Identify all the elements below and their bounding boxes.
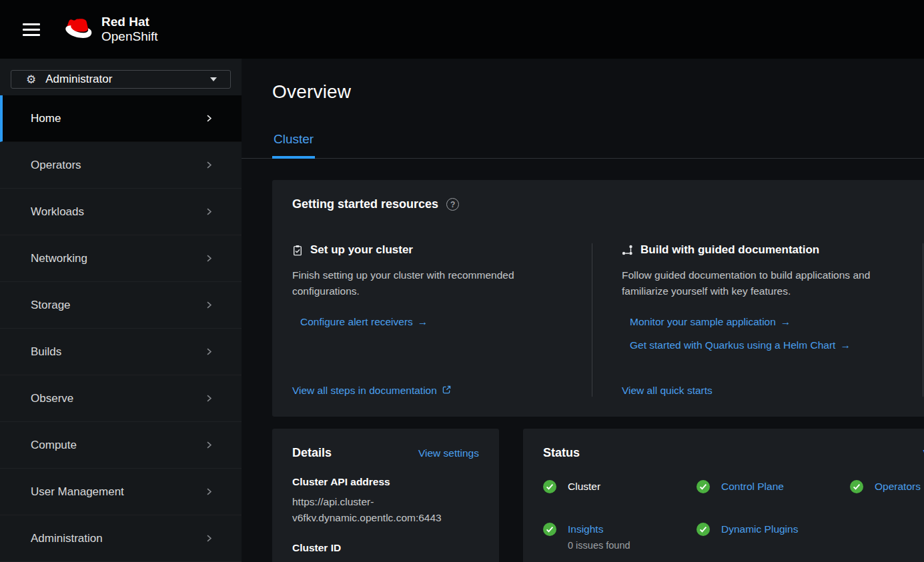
details-card: Details View settings Cluster API addres… xyxy=(272,429,499,562)
sidebar-item-label: Administration xyxy=(31,532,103,545)
sidebar-item-label: Compute xyxy=(31,439,77,452)
sidebar-item-workloads[interactable]: Workloads xyxy=(0,189,242,235)
chevron-right-icon xyxy=(205,161,213,169)
sidebar-nav: Home Operators Workloads Networking Stor… xyxy=(0,95,242,562)
sidebar-item-label: Workloads xyxy=(31,205,84,219)
arrow-right-icon: → xyxy=(781,316,791,327)
status-link-operators[interactable]: Operators xyxy=(875,480,921,493)
insights-issues-count: 0 issues found xyxy=(568,539,630,552)
status-item-control-plane: Control Plane xyxy=(697,480,850,493)
cluster-api-address-value: https://api.cluster-v6fkv.dynamic.opentl… xyxy=(292,494,479,526)
page-title: Overview xyxy=(272,81,893,103)
tasks-icon xyxy=(292,245,303,256)
sidebar-item-label: Networking xyxy=(31,252,87,265)
getting-started-section-guided: Build with guided documentation Follow g… xyxy=(622,243,923,397)
sidebar-item-networking[interactable]: Networking xyxy=(0,235,242,282)
perspective-switcher[interactable]: ⚙ Administrator xyxy=(11,70,231,89)
status-item-insights: Insights 0 issues found xyxy=(543,523,697,552)
sidebar-item-label: Storage xyxy=(31,299,71,312)
getting-started-title: Getting started resources xyxy=(292,197,438,211)
status-link-control-plane[interactable]: Control Plane xyxy=(721,480,784,493)
brand-text: Red Hat OpenShift xyxy=(101,15,158,45)
arrow-right-icon: → xyxy=(840,339,851,351)
getting-started-section-setup: Set up your cluster Finish setting up yo… xyxy=(292,243,592,397)
section-title: Set up your cluster xyxy=(310,243,413,257)
status-item-operators: Operators xyxy=(850,480,924,493)
brand-line2: OpenShift xyxy=(101,29,158,44)
red-hat-logo-icon xyxy=(63,19,93,40)
view-all-steps-link[interactable]: View all steps in documentation xyxy=(292,370,572,397)
status-link-insights[interactable]: Insights xyxy=(568,523,603,535)
check-circle-icon xyxy=(697,523,710,536)
check-circle-icon xyxy=(697,480,710,493)
view-settings-link[interactable]: View settings xyxy=(418,447,479,459)
tab-bar: Cluster xyxy=(242,119,924,159)
sidebar-item-administration[interactable]: Administration xyxy=(0,515,242,562)
chevron-right-icon xyxy=(205,441,213,449)
sidebar-item-compute[interactable]: Compute xyxy=(0,422,242,469)
status-item-cluster: Cluster xyxy=(543,480,697,493)
check-circle-icon xyxy=(543,480,556,493)
section-description: Follow guided documentation to build app… xyxy=(622,267,903,299)
chevron-right-icon xyxy=(205,534,213,543)
sidebar-item-user-management[interactable]: User Management xyxy=(0,469,242,515)
perspective-label: Administrator xyxy=(45,73,112,86)
app-header: Red Hat OpenShift xyxy=(0,0,924,59)
status-grid: Cluster Control Plane xyxy=(543,480,924,552)
guided-documentation-icon xyxy=(622,245,633,255)
arrow-right-icon: → xyxy=(418,316,428,327)
section-description: Finish setting up your cluster with reco… xyxy=(292,267,572,299)
chevron-right-icon xyxy=(205,301,213,309)
getting-started-card: Getting started resources ? Set up your … xyxy=(272,180,924,417)
sidebar-item-observe[interactable]: Observe xyxy=(0,375,242,422)
view-all-quick-starts-link[interactable]: View all quick starts xyxy=(622,370,903,397)
configure-alert-receivers-link[interactable]: Configure alert receivers→ xyxy=(300,316,572,328)
sidebar-item-label: Home xyxy=(31,112,61,125)
monitor-sample-application-link[interactable]: Monitor your sample application→ xyxy=(630,316,903,328)
sidebar-item-label: Observe xyxy=(31,392,73,405)
menu-icon[interactable] xyxy=(21,19,41,40)
app-shell: ⚙ Administrator Home Operators Workloads xyxy=(0,59,924,562)
main-content: Overview Cluster Getting started resourc… xyxy=(242,59,924,562)
overview-content: Getting started resources ? Set up your … xyxy=(242,159,924,562)
help-icon[interactable]: ? xyxy=(446,198,459,211)
sidebar-item-operators[interactable]: Operators xyxy=(0,142,242,189)
chevron-right-icon xyxy=(205,254,213,263)
sidebar-item-label: User Management xyxy=(31,485,124,499)
tab-cluster[interactable]: Cluster xyxy=(272,119,315,159)
status-card: Status View alerts Cluster xyxy=(523,429,924,562)
status-label-cluster: Cluster xyxy=(568,480,600,493)
brand-line1: Red Hat xyxy=(101,15,158,29)
quarkus-helm-chart-link[interactable]: Get started with Quarkus using a Helm Ch… xyxy=(630,339,903,351)
sidebar-item-builds[interactable]: Builds xyxy=(0,329,242,375)
section-title: Build with guided documentation xyxy=(640,243,819,257)
chevron-right-icon xyxy=(205,487,213,496)
sidebar-item-label: Operators xyxy=(31,159,81,172)
chevron-right-icon xyxy=(205,207,213,216)
detail-field-label: Cluster API address xyxy=(292,476,479,488)
chevron-right-icon xyxy=(205,347,213,356)
app-root: Red Hat OpenShift ⚙ Administrator Home O… xyxy=(0,0,924,562)
external-link-icon xyxy=(442,385,451,397)
status-item-dynamic-plugins: Dynamic Plugins xyxy=(697,523,850,552)
details-title: Details xyxy=(292,446,332,460)
gear-icon: ⚙ xyxy=(26,74,36,85)
sidebar-item-label: Builds xyxy=(31,345,61,359)
sidebar: ⚙ Administrator Home Operators Workloads xyxy=(0,59,242,562)
detail-field-label: Cluster ID xyxy=(292,542,479,554)
brand: Red Hat OpenShift xyxy=(63,15,158,45)
status-link-dynamic-plugins[interactable]: Dynamic Plugins xyxy=(721,523,798,536)
check-circle-icon xyxy=(850,480,863,493)
column-divider xyxy=(592,243,592,397)
status-title: Status xyxy=(543,446,580,460)
sidebar-item-storage[interactable]: Storage xyxy=(0,282,242,329)
chevron-right-icon xyxy=(205,394,213,403)
chevron-down-icon xyxy=(210,77,217,81)
chevron-right-icon xyxy=(205,114,213,123)
check-circle-icon xyxy=(543,523,556,536)
sidebar-item-home[interactable]: Home xyxy=(0,95,242,142)
